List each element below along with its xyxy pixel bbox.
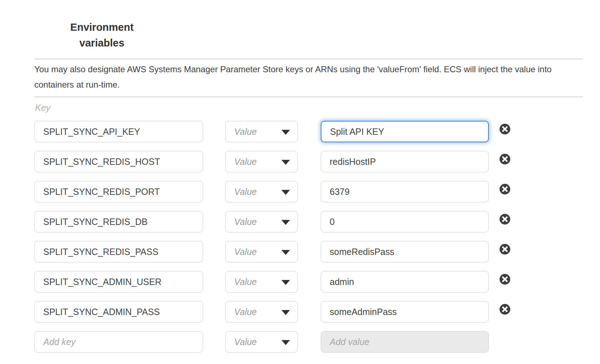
chevron-down-icon — [281, 130, 290, 135]
section-title-line1: Environment — [50, 19, 154, 35]
env-value-text: admin — [330, 277, 354, 287]
env-key-input[interactable]: SPLIT_SYNC_ADMIN_PASS — [34, 301, 203, 323]
env-key-input[interactable]: SPLIT_SYNC_REDIS_DB — [34, 211, 203, 232]
chevron-down-icon — [281, 250, 290, 255]
env-value-text: redisHostIP — [330, 157, 376, 167]
env-key-input[interactable]: SPLIT_SYNC_REDIS_PORT — [34, 181, 203, 202]
value-type-dropdown[interactable]: Value — [225, 331, 298, 353]
x-circle-icon — [500, 154, 510, 164]
env-key-input[interactable]: SPLIT_SYNC_ADMIN_USER — [34, 271, 203, 292]
value-type-label: Value — [234, 217, 257, 227]
section-title-line2: variables — [50, 35, 154, 51]
chevron-down-icon — [281, 340, 290, 345]
env-key-input[interactable]: Add key — [34, 331, 203, 353]
chevron-down-icon — [281, 190, 290, 195]
env-var-row: Add key Value Add value — [34, 331, 549, 353]
value-type-dropdown[interactable]: Value — [225, 211, 298, 232]
chevron-down-icon — [281, 280, 290, 285]
env-key-text: SPLIT_SYNC_ADMIN_USER — [43, 277, 162, 287]
chevron-down-icon — [281, 220, 290, 225]
env-var-row: SPLIT_SYNC_API_KEY Value Split API KEY — [34, 121, 549, 142]
env-var-row: SPLIT_SYNC_ADMIN_PASS Value someAdminPas… — [34, 301, 549, 323]
env-value-input[interactable]: admin — [321, 271, 489, 292]
env-key-text: SPLIT_SYNC_REDIS_DB — [43, 217, 148, 227]
value-type-dropdown[interactable]: Value — [225, 301, 298, 323]
env-key-text: SPLIT_SYNC_REDIS_HOST — [43, 157, 160, 167]
bottom-divider — [34, 97, 583, 97]
chevron-down-icon — [281, 160, 290, 165]
env-key-text: SPLIT_SYNC_REDIS_PORT — [43, 187, 160, 197]
remove-row-button[interactable] — [500, 304, 510, 315]
env-var-row: SPLIT_SYNC_REDIS_HOST Value redisHostIP — [34, 151, 549, 172]
remove-row-button[interactable] — [500, 154, 510, 164]
value-type-dropdown[interactable]: Value — [225, 121, 298, 142]
value-type-label: Value — [234, 247, 257, 257]
value-type-dropdown[interactable]: Value — [225, 151, 298, 172]
env-var-row: SPLIT_SYNC_REDIS_PASS Value someRedisPas… — [34, 241, 549, 262]
value-type-label: Value — [234, 307, 257, 317]
env-var-row: SPLIT_SYNC_REDIS_PORT Value 6379 — [34, 181, 549, 202]
value-type-dropdown[interactable]: Value — [225, 181, 298, 202]
section-title: Environment variables — [50, 19, 154, 51]
help-text: You may also designate AWS Systems Manag… — [34, 62, 583, 92]
env-key-text: SPLIT_SYNC_ADMIN_PASS — [43, 307, 160, 317]
remove-row-button[interactable] — [500, 244, 510, 255]
env-value-input[interactable]: 0 — [321, 211, 489, 232]
env-value-text: someRedisPass — [330, 247, 394, 257]
chevron-down-icon — [281, 310, 290, 315]
value-type-label: Value — [234, 337, 257, 347]
env-key-input[interactable]: SPLIT_SYNC_API_KEY — [34, 121, 203, 142]
env-var-row: SPLIT_SYNC_REDIS_DB Value 0 — [34, 211, 549, 232]
remove-row-button[interactable] — [500, 274, 510, 285]
env-var-row: SPLIT_SYNC_ADMIN_USER Value admin — [34, 271, 549, 292]
x-circle-icon — [500, 274, 510, 285]
remove-row-button[interactable] — [500, 214, 510, 225]
env-value-text: Split API KEY — [330, 127, 384, 137]
value-type-label: Value — [234, 127, 257, 137]
value-type-label: Value — [234, 277, 257, 287]
env-value-input[interactable]: Split API KEY — [321, 121, 489, 142]
value-type-dropdown[interactable]: Value — [225, 241, 298, 262]
x-circle-icon — [500, 124, 510, 134]
env-rows: SPLIT_SYNC_API_KEY Value Split API KEY S… — [34, 121, 549, 361]
top-divider — [34, 59, 583, 59]
env-value-text: someAdminPass — [330, 307, 397, 317]
env-key-input[interactable]: SPLIT_SYNC_REDIS_HOST — [34, 151, 203, 172]
x-circle-icon — [500, 184, 510, 195]
value-type-label: Value — [234, 187, 257, 197]
env-value-text: 0 — [330, 217, 335, 227]
remove-row-button[interactable] — [500, 124, 510, 134]
value-type-label: Value — [234, 157, 257, 167]
env-value-text: 6379 — [330, 187, 350, 197]
x-circle-icon — [500, 304, 510, 315]
env-value-input[interactable]: redisHostIP — [321, 151, 489, 172]
x-circle-icon — [500, 244, 510, 255]
key-column-label: Key — [35, 103, 50, 113]
env-value-input[interactable]: Add value — [321, 331, 489, 353]
env-key-text: SPLIT_SYNC_REDIS_PASS — [43, 247, 158, 257]
env-key-text: Add key — [43, 337, 75, 347]
value-type-dropdown[interactable]: Value — [225, 271, 298, 292]
env-value-input[interactable]: 6379 — [321, 181, 489, 202]
env-value-input[interactable]: someRedisPass — [321, 241, 489, 262]
x-circle-icon — [500, 214, 510, 225]
env-value-text: Add value — [330, 337, 369, 347]
env-key-input[interactable]: SPLIT_SYNC_REDIS_PASS — [34, 241, 203, 262]
env-key-text: SPLIT_SYNC_API_KEY — [43, 127, 140, 137]
remove-row-button[interactable] — [500, 184, 510, 195]
env-value-input[interactable]: someAdminPass — [321, 301, 489, 323]
